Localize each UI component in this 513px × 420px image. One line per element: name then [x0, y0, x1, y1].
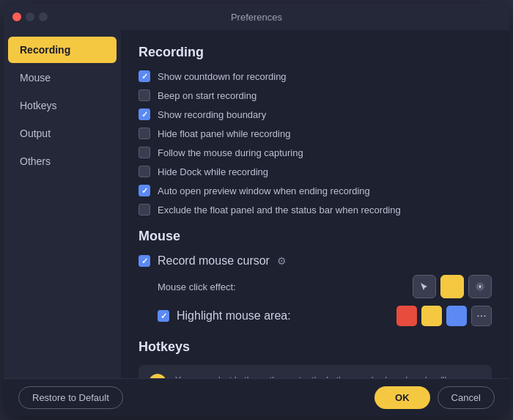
checkbox-auto-open-box[interactable] [139, 185, 150, 196]
checkbox-beep: Beep on start recording [139, 89, 492, 101]
checkbox-auto-open: Auto open preview window when ending rec… [139, 185, 492, 196]
mouse-section-title: Mouse [139, 229, 492, 244]
checkbox-boundary-box[interactable] [139, 108, 150, 120]
preferences-window: Preferences Recording Mouse Hotkeys Outp… [4, 4, 509, 416]
main-content: Recording Mouse Hotkeys Output Others Re… [4, 30, 509, 378]
sidebar-item-others[interactable]: Others [8, 148, 117, 174]
click-effect-label: Mouse click effect: [158, 281, 238, 292]
checkbox-follow-mouse-box[interactable] [139, 147, 150, 158]
svg-point-2 [479, 285, 481, 288]
close-button[interactable] [12, 12, 21, 21]
record-cursor-row: Record mouse cursor ⚙ [139, 254, 492, 268]
color-more-button[interactable]: ··· [471, 306, 492, 326]
checkbox-hide-dock-box[interactable] [139, 166, 150, 177]
checkbox-countdown-box[interactable] [139, 70, 150, 82]
checkbox-follow-mouse: Follow the mouse during capturing [139, 147, 492, 158]
checkbox-hide-float-label: Hide float panel while recording [158, 128, 290, 139]
checkbox-hide-float-box[interactable] [139, 128, 150, 139]
checkbox-exclude-float-box[interactable] [139, 204, 150, 215]
hotkeys-info-box: i You can select hotkeys, then enter the… [139, 365, 492, 378]
footer-left: Restore to Default [18, 386, 123, 409]
hotkeys-section-title: Hotkeys [139, 339, 492, 355]
sidebar: Recording Mouse Hotkeys Output Others [4, 30, 121, 378]
checkbox-beep-label: Beep on start recording [158, 90, 256, 101]
checkbox-countdown-label: Show countdown for recording [158, 71, 287, 82]
checkbox-countdown: Show countdown for recording [139, 70, 492, 82]
checkbox-hide-dock-label: Hide Dock while recording [158, 166, 268, 177]
click-effect-arrow[interactable] [413, 275, 436, 298]
content-area: Recording Show countdown for recording B… [121, 30, 509, 378]
highlight-label: Highlight mouse area: [177, 309, 291, 323]
traffic-lights [12, 12, 48, 21]
window-title: Preferences [231, 12, 282, 23]
record-cursor-label: Record mouse cursor [158, 254, 270, 268]
checkbox-boundary-label: Show recording boundary [158, 109, 266, 120]
checkbox-exclude-float: Exclude the float panel and the status b… [139, 204, 492, 215]
sidebar-item-output[interactable]: Output [8, 120, 117, 147]
highlight-checkbox[interactable] [158, 310, 169, 322]
sidebar-item-recording[interactable]: Recording [8, 37, 117, 63]
hotkeys-section: Hotkeys i You can select hotkeys, then e… [139, 339, 492, 378]
checkbox-exclude-float-label: Exclude the float panel and the status b… [158, 205, 401, 215]
color-options: ··· [396, 306, 492, 326]
cancel-button[interactable]: Cancel [438, 386, 495, 409]
restore-default-button[interactable]: Restore to Default [18, 386, 123, 409]
click-effect-highlight[interactable] [440, 275, 464, 298]
recording-section-title: Recording [139, 45, 492, 60]
footer: Restore to Default OK Cancel [4, 378, 509, 416]
svg-point-1 [451, 285, 454, 288]
color-blue[interactable] [446, 306, 467, 326]
checkbox-auto-open-label: Auto open preview window when ending rec… [158, 185, 370, 196]
titlebar: Preferences [4, 4, 509, 30]
footer-right: OK Cancel [374, 386, 495, 409]
record-cursor-checkbox[interactable] [139, 255, 150, 267]
checkbox-boundary: Show recording boundary [139, 108, 492, 120]
checkbox-hide-float: Hide float panel while recording [139, 128, 492, 139]
click-effect-ripple[interactable] [468, 275, 492, 298]
click-effect-options [413, 275, 492, 298]
mouse-click-effect-row: Mouse click effect: [139, 275, 492, 298]
gear-icon[interactable]: ⚙ [277, 255, 289, 267]
checkbox-beep-box[interactable] [139, 89, 150, 101]
highlight-mouse-row: Highlight mouse area: ··· [139, 306, 492, 326]
checkbox-hide-dock: Hide Dock while recording [139, 166, 492, 177]
color-red[interactable] [396, 306, 417, 326]
ok-button[interactable]: OK [374, 386, 430, 409]
color-yellow[interactable] [421, 306, 442, 326]
minimize-button[interactable] [26, 12, 34, 21]
sidebar-item-hotkeys[interactable]: Hotkeys [8, 92, 117, 119]
checkbox-follow-mouse-label: Follow the mouse during capturing [158, 147, 303, 158]
maximize-button[interactable] [39, 12, 48, 21]
sidebar-item-mouse[interactable]: Mouse [8, 65, 117, 91]
